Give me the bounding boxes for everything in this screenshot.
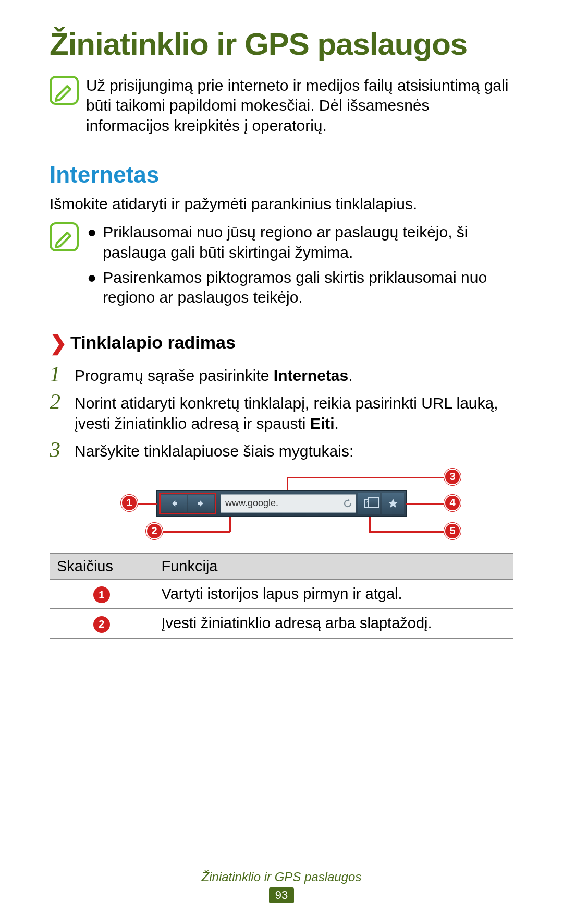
function-table: Skaičius Funkcija 1 Vartyti istorijos la… xyxy=(50,553,513,639)
bullet-dot-icon: ● xyxy=(87,222,96,262)
top-note-block: Už prisijungimą prie interneto ir medijo… xyxy=(50,76,513,136)
callout-badge-5: 5 xyxy=(444,523,461,539)
text: Programų sąraše pasirinkite xyxy=(75,367,274,384)
table-row: 2 Įvesti žiniatinklio adresą arba slapta… xyxy=(50,609,513,639)
text: . xyxy=(335,415,339,432)
callout-badge-2: 2 xyxy=(146,523,163,539)
page-number: 93 xyxy=(269,887,294,903)
step-number: 2 xyxy=(50,391,71,434)
row-badge: 2 xyxy=(93,616,110,633)
star-icon xyxy=(387,498,399,509)
bold-text: Eiti xyxy=(310,415,335,432)
windows-button[interactable]: 1 xyxy=(358,493,380,514)
subheading-row: ❯ Tinklalapio radimas xyxy=(50,331,513,355)
page-footer: Žiniatinklio ir GPS paslaugos 93 xyxy=(0,870,563,903)
text: Norint atidaryti konkretų tinklalapį, re… xyxy=(75,394,498,432)
callout-badge-3: 3 xyxy=(444,469,461,485)
nav-button-group xyxy=(159,493,216,514)
subheading: Tinklalapio radimas xyxy=(70,332,236,353)
step-text: Norint atidaryti konkretų tinklalapį, re… xyxy=(75,391,513,434)
step-1: 1 Programų sąraše pasirinkite Internetas… xyxy=(50,363,513,386)
bullet-dot-icon: ● xyxy=(87,268,96,308)
callout-badge-1: 1 xyxy=(121,495,138,511)
bullet-item: ● Priklausomai nuo jūsų regiono ar pasla… xyxy=(86,222,513,262)
callout-badge-4: 4 xyxy=(444,495,461,511)
note-icon xyxy=(50,76,79,105)
bullet-text: Pasirenkamos piktogramos gali skirtis pr… xyxy=(103,268,513,308)
footer-title: Žiniatinklio ir GPS paslaugos xyxy=(0,870,563,884)
arrow-right-icon xyxy=(197,499,206,508)
bold-text: Internetas xyxy=(274,367,348,384)
back-button[interactable] xyxy=(161,495,187,512)
step-text: Naršykite tinklalapiuose šiais mygtukais… xyxy=(75,439,353,461)
table-header-function: Funkcija xyxy=(154,553,513,579)
page-title: Žiniatinklio ir GPS paslaugos xyxy=(50,26,513,62)
url-text: www.google. xyxy=(225,498,278,509)
row-desc: Įvesti žiniatinklio adresą arba slaptažo… xyxy=(154,609,513,639)
url-input[interactable]: www.google. xyxy=(221,494,356,513)
step-2: 2 Norint atidaryti konkretų tinklalapį, … xyxy=(50,391,513,434)
step-text: Programų sąraše pasirinkite Internetas. xyxy=(75,363,353,386)
bookmarks-button[interactable] xyxy=(382,493,404,514)
step-3: 3 Naršykite tinklalapiuose šiais mygtuka… xyxy=(50,439,513,461)
top-note-text: Už prisijungimą prie interneto ir medijo… xyxy=(86,76,513,136)
forward-button[interactable] xyxy=(188,495,214,512)
note-icon xyxy=(50,222,79,251)
step-number: 1 xyxy=(50,363,71,386)
row-desc: Vartyti istorijos lapus pirmyn ir atgal. xyxy=(154,579,513,609)
table-header-number: Skaičius xyxy=(50,553,154,579)
arrow-left-icon xyxy=(169,499,179,508)
step-number: 3 xyxy=(50,439,71,461)
text: . xyxy=(348,367,352,384)
browser-toolbar: www.google. 1 xyxy=(156,490,407,517)
bullet-item: ● Pasirenkamos piktogramos gali skirtis … xyxy=(86,268,513,308)
refresh-icon xyxy=(343,499,352,508)
chevron-right-icon: ❯ xyxy=(50,331,67,355)
browser-toolbar-diagram: 3 1 4 www.google. 1 2 5 xyxy=(94,471,469,544)
windows-count: 1 xyxy=(366,500,370,508)
table-row: 1 Vartyti istorijos lapus pirmyn ir atga… xyxy=(50,579,513,609)
section-intro: Išmokite atidaryti ir pažymėti parankini… xyxy=(50,195,513,213)
row-badge: 1 xyxy=(93,586,110,603)
note-list-block: ● Priklausomai nuo jūsų regiono ar pasla… xyxy=(50,222,513,313)
section-title-internetas: Internetas xyxy=(50,162,513,188)
bullet-text: Priklausomai nuo jūsų regiono ar paslaug… xyxy=(103,222,513,262)
